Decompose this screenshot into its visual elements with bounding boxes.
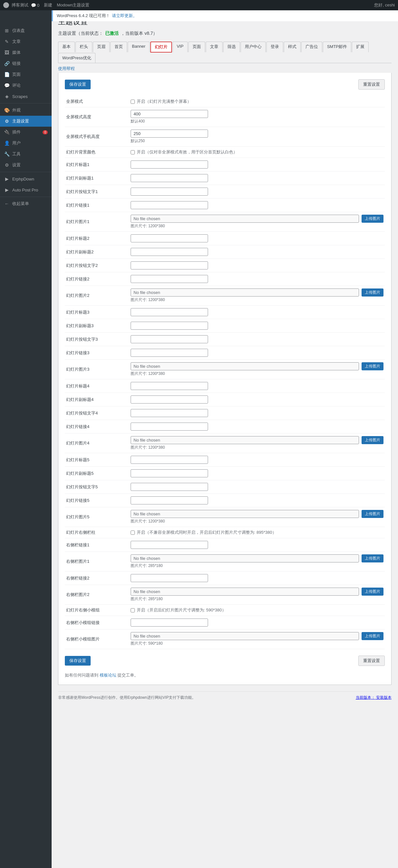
right-col-image1-label: 右侧栏图片1 — [66, 559, 89, 564]
slider-subtitle1-input[interactable] — [131, 174, 208, 182]
right-col-link2-input[interactable] — [131, 574, 208, 582]
sidebar-item-theme-settings[interactable]: ⚙ 主题设置 — [0, 116, 52, 127]
tab-smtp[interactable]: SMTP邮件 — [323, 41, 351, 52]
field-fullscreen-mode: 全屏模式 开启（幻灯片充满整个屏幕） — [65, 96, 385, 107]
help-link[interactable]: 使用帮程 — [58, 66, 75, 71]
slider-subtitle3-input[interactable] — [131, 322, 208, 330]
slider-btn4-input[interactable] — [131, 409, 208, 417]
fullscreen-mode-checkbox-label[interactable]: 开启（幻灯片充满整个屏幕） — [131, 99, 383, 104]
tab-user-center[interactable]: 用户中心 — [240, 41, 266, 52]
plugins-badge: 0 — [42, 130, 48, 134]
sidebar-item-users[interactable]: 👤 用户 — [0, 137, 52, 149]
slider-bg-color-checkbox[interactable] — [131, 150, 135, 154]
slider-title2-input[interactable] — [131, 234, 208, 242]
sidebar-item-posts[interactable]: ✎ 文章 — [0, 36, 52, 47]
sidebar-item-links[interactable]: 🔗 链接 — [0, 58, 52, 69]
slider-image3-upload-btn[interactable]: 上传图片 — [362, 362, 383, 370]
field-right-small-image: 右侧栏小模组图片 No file chosen 上传图片 图片尺寸: 590*1… — [65, 629, 385, 649]
module-label[interactable]: Modown主题设置 — [57, 2, 89, 8]
slider-title4-input[interactable] — [131, 382, 208, 390]
tab-slider[interactable]: 幻灯片 — [150, 41, 172, 53]
slider-link4-input[interactable] — [131, 423, 208, 431]
slider-bg-color-checkbox-label[interactable]: 开启（仅对非全屏模式有效，用于区分首页默认白色） — [131, 149, 383, 155]
version-link[interactable]: 当前版本： 安装版本 — [356, 695, 392, 700]
slider-link2-input[interactable] — [131, 275, 208, 283]
fullscreen-height-input[interactable] — [131, 110, 208, 118]
field-slider-subtitle3: 幻灯片副标题3 — [65, 319, 385, 333]
sidebar-item-dashboard[interactable]: ⊞ 仪表盘 — [0, 25, 52, 36]
tab-home[interactable]: 首页 — [110, 41, 127, 52]
tab-page[interactable]: 页面 — [188, 41, 205, 52]
save-button-top[interactable]: 保存设置 — [65, 80, 91, 89]
slider-subtitle4-input[interactable] — [131, 396, 208, 404]
sidebar-item-autopostpro[interactable]: ▶ Auto Post Pro — [0, 184, 52, 195]
slider-subtitle2-input[interactable] — [131, 248, 208, 256]
site-name[interactable]: 搏客测试 — [11, 2, 28, 8]
right-small-link-input[interactable] — [131, 619, 208, 627]
tab-header[interactable]: 栏头 — [76, 41, 92, 52]
sidebar-item-scrapes[interactable]: ◈ Scrapes — [0, 91, 52, 102]
sidebar-item-tools[interactable]: 🔧 工具 — [0, 149, 52, 159]
slider-btn3-input[interactable] — [131, 335, 208, 343]
tab-extend[interactable]: 扩展 — [352, 41, 369, 52]
slider-btn5-input[interactable] — [131, 483, 208, 491]
sidebar-item-appearance[interactable]: 🎨 外观 — [0, 105, 52, 116]
slider-link3-input[interactable] — [131, 349, 208, 357]
settings-icon: ⚙ — [4, 162, 10, 168]
reset-button-bottom[interactable]: 重置设置 — [358, 656, 385, 666]
slider-image4-upload-btn[interactable]: 上传图片 — [362, 436, 383, 444]
slider-title5-input[interactable] — [131, 456, 208, 464]
new-button[interactable]: 新建 — [42, 2, 54, 8]
sidebar-item-plugins[interactable]: 🔌 插件 0 — [0, 127, 52, 137]
slider-btn2-input[interactable] — [131, 261, 208, 270]
save-button-bottom[interactable]: 保存设置 — [65, 656, 91, 665]
tab-wp-optimize[interactable]: WordPress优化 — [58, 53, 95, 63]
sidebar-item-media[interactable]: 🖼 媒体 — [0, 47, 52, 58]
sidebar-item-pages[interactable]: 📄 页面 — [0, 69, 52, 80]
slider-image5-upload-btn[interactable]: 上传图片 — [362, 510, 383, 518]
fullscreen-mode-label: 全屏模式 — [66, 99, 83, 104]
sidebar-item-comments[interactable]: 💬 评论 — [0, 80, 52, 91]
slider-image2-upload-btn[interactable]: 上传图片 — [362, 288, 383, 297]
slider-right-small-checkbox[interactable] — [131, 608, 135, 612]
slider-image1-upload-btn[interactable]: 上传图片 — [362, 215, 383, 223]
sidebar-item-settings[interactable]: ⚙ 设置 — [0, 159, 52, 170]
right-col-image2-upload-btn[interactable]: 上传图片 — [362, 588, 383, 596]
right-small-link-label: 右侧栏小模组链接 — [66, 620, 100, 625]
forum-link[interactable]: 模板论坛 — [100, 673, 116, 678]
fullscreen-mode-checkbox[interactable] — [131, 100, 135, 104]
footer-bottom-text: 非常感谢使用WordPress进行创作。使用Erphpdown进行网站VIP支付… — [58, 695, 196, 700]
tab-login[interactable]: 登录 — [266, 41, 283, 52]
slider-link5-input[interactable] — [131, 496, 208, 504]
slider-right-small-checkbox-label[interactable]: 开启（开启后幻灯片图片尺寸调整为: 590*380） — [131, 607, 383, 613]
field-right-col-link2: 右侧栏链接2 — [65, 571, 385, 585]
slider-subtitle5-input[interactable] — [131, 469, 208, 477]
tab-style[interactable]: 样式 — [284, 41, 301, 52]
tab-article[interactable]: 文章 — [206, 41, 223, 52]
right-small-image-upload-btn[interactable]: 上传图片 — [362, 632, 383, 640]
right-col-link1-input[interactable] — [131, 541, 208, 549]
sidebar-item-erphpdown[interactable]: ▶ ErphpDown — [0, 174, 52, 184]
slider-image4-file-row: No file chosen 上传图片 — [131, 436, 383, 444]
slider-right-col-checkbox[interactable] — [131, 530, 135, 535]
fullscreen-mobile-height-input[interactable] — [131, 130, 208, 137]
fullscreen-height-label: 全屏模式高度 — [66, 115, 91, 119]
slider-title1-input[interactable] — [131, 160, 208, 168]
help-row: 使用帮程 — [58, 66, 392, 71]
tab-basic[interactable]: 基本 — [58, 41, 75, 52]
reset-button-top[interactable]: 重置设置 — [358, 79, 385, 90]
slider-title3-input[interactable] — [131, 308, 208, 316]
slider-subtitle1-label: 幻灯片副标题1 — [66, 176, 93, 181]
tab-vip[interactable]: VIP — [173, 41, 188, 52]
slider-link1-input[interactable] — [131, 201, 208, 209]
slider-right-col-checkbox-label[interactable]: 开启（不兼容全屏模式同时开启，开启后幻灯片图片尺寸调整为: 895*380） — [131, 530, 383, 535]
comment-count[interactable]: 💬 0 — [31, 3, 39, 8]
sidebar-item-collapse[interactable]: ← 收起菜单 — [0, 198, 52, 209]
update-link[interactable]: 请立即更新。 — [112, 13, 137, 19]
tab-banner[interactable]: Banner — [128, 41, 150, 52]
tab-ads[interactable]: 广告位 — [301, 41, 322, 52]
tab-filter[interactable]: 筛选 — [223, 41, 240, 52]
right-col-image1-upload-btn[interactable]: 上传图片 — [362, 554, 383, 562]
slider-btn1-input[interactable] — [131, 188, 208, 196]
tab-pageheader[interactable]: 页眉 — [93, 41, 110, 52]
